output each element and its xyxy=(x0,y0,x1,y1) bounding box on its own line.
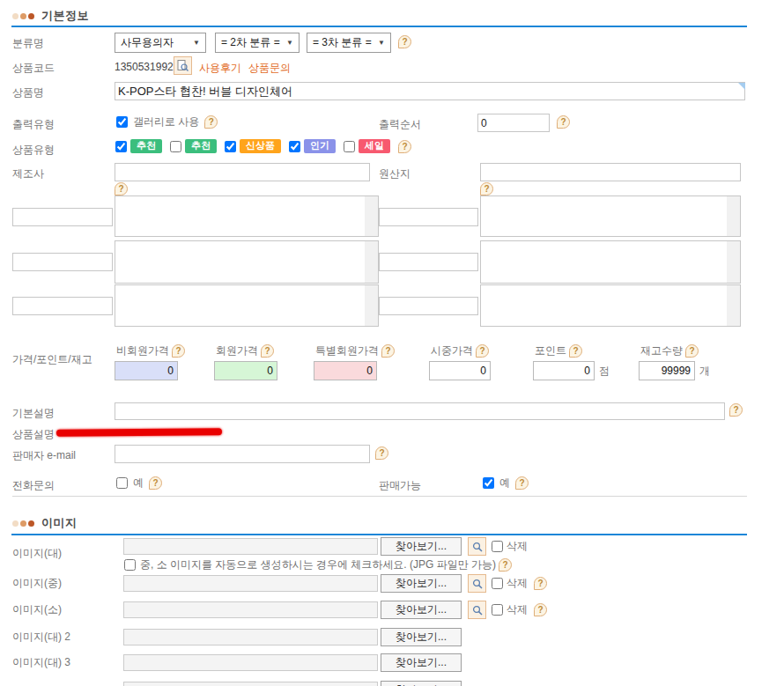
custom-field-name-input[interactable] xyxy=(379,253,478,271)
custom-field-value-textarea[interactable] xyxy=(480,195,741,237)
stock-label: 재고수량 xyxy=(640,343,683,358)
custom-field-name-input[interactable] xyxy=(12,253,113,271)
image-medium-file-input[interactable] xyxy=(123,575,378,592)
help-icon[interactable]: ? xyxy=(729,403,743,417)
help-icon[interactable]: ? xyxy=(261,344,274,358)
image-large-magnifier-button[interactable] xyxy=(468,537,486,556)
help-icon[interactable]: ? xyxy=(204,115,218,129)
basic-info-section-header: 기본정보 xyxy=(12,8,89,24)
category3-selected-value: = 3차 분류 = xyxy=(313,35,372,50)
help-icon[interactable]: ? xyxy=(381,344,395,358)
sellable-checkbox[interactable] xyxy=(483,477,494,489)
help-icon[interactable]: ? xyxy=(375,446,388,460)
image-large2-file-input[interactable] xyxy=(123,629,378,645)
output-type-label: 출력유형 xyxy=(12,117,55,132)
review-link[interactable]: 사용후기 xyxy=(199,61,241,76)
section-title: 이미지 xyxy=(41,515,78,531)
image-section-header: 이미지 xyxy=(12,515,78,531)
phone-inquiry-checkbox[interactable] xyxy=(116,477,128,489)
product-code-label: 상품코드 xyxy=(12,61,55,76)
image-large2-browse-button[interactable]: 찾아보기... xyxy=(381,628,462,646)
image-large-delete-checkbox[interactable] xyxy=(492,541,503,552)
help-icon[interactable]: ? xyxy=(569,344,582,358)
inquiry-link[interactable]: 상품문의 xyxy=(248,61,291,76)
nonmember-price-input[interactable] xyxy=(115,361,178,380)
image-medium-magnifier-button[interactable] xyxy=(468,574,486,593)
image-large-browse-button[interactable]: 찾아보기... xyxy=(381,537,462,556)
custom-field-name-input[interactable] xyxy=(12,297,113,315)
type-recommend1-checkbox[interactable] xyxy=(115,141,127,152)
image-medium-delete-checkbox[interactable] xyxy=(492,578,503,589)
image-large-file-input[interactable] xyxy=(123,538,378,555)
help-icon[interactable]: ? xyxy=(685,344,699,358)
help-icon[interactable]: ? xyxy=(534,577,547,590)
image-large4-file-input[interactable] xyxy=(123,682,378,686)
image-small-file-input[interactable] xyxy=(123,601,378,618)
help-icon[interactable]: ? xyxy=(515,476,529,490)
magnifier-icon xyxy=(472,579,483,589)
help-icon[interactable]: ? xyxy=(534,603,547,616)
point-unit-label: 점 xyxy=(599,364,610,379)
image-large3-file-input[interactable] xyxy=(123,654,378,671)
seller-email-input[interactable] xyxy=(115,445,370,463)
image-medium-browse-button[interactable]: 찾아보기... xyxy=(381,574,462,593)
stock-input[interactable] xyxy=(639,361,695,380)
product-name-input[interactable] xyxy=(115,82,745,100)
help-icon[interactable]: ? xyxy=(115,182,128,195)
category2-select[interactable]: = 2차 분류 = ▼ xyxy=(215,33,300,53)
category1-select[interactable]: 사무용의자 ▼ xyxy=(115,33,206,53)
section-separator xyxy=(12,496,747,497)
product-code-value: 1350531992 xyxy=(115,61,174,73)
section-dot-icon xyxy=(20,13,26,19)
phone-inquiry-yes-label: 예 xyxy=(133,476,144,491)
chevron-down-icon: ▼ xyxy=(378,39,385,47)
image-large4-browse-button[interactable]: 찾아보기... xyxy=(381,681,462,686)
help-icon[interactable]: ? xyxy=(480,182,493,195)
custom-field-value-textarea[interactable] xyxy=(115,240,379,284)
help-icon[interactable]: ? xyxy=(398,35,411,48)
help-icon[interactable]: ? xyxy=(557,115,570,129)
gallery-use-checkbox[interactable] xyxy=(116,116,128,128)
custom-field-name-input[interactable] xyxy=(12,208,113,226)
help-icon[interactable]: ? xyxy=(476,344,489,358)
image-large3-label: 이미지(대) 3 xyxy=(12,655,123,670)
image-small-delete-checkbox[interactable] xyxy=(492,604,503,616)
custom-field-value-textarea[interactable] xyxy=(115,195,379,237)
point-input[interactable] xyxy=(533,361,595,380)
auto-generate-checkbox[interactable] xyxy=(124,559,136,571)
section-dot-icon xyxy=(12,520,18,527)
type-recommend2-badge: 추천 xyxy=(185,139,217,153)
help-icon[interactable]: ? xyxy=(172,344,185,358)
product-description-label: 상품설명 xyxy=(12,427,55,442)
output-order-label: 출력순서 xyxy=(379,117,421,132)
nonmember-price-label: 비회원가격 xyxy=(116,343,169,358)
output-order-input[interactable] xyxy=(477,114,550,132)
custom-field-value-textarea[interactable] xyxy=(480,284,741,327)
custom-field-name-input[interactable] xyxy=(379,297,478,315)
member-price-label: 회원가격 xyxy=(216,343,258,358)
special-member-price-label: 특별회원가격 xyxy=(315,343,379,358)
help-icon[interactable]: ? xyxy=(149,476,162,490)
member-price-input[interactable] xyxy=(214,361,277,380)
preview-icon-button[interactable] xyxy=(174,56,192,75)
custom-field-value-textarea[interactable] xyxy=(480,240,741,284)
category3-select[interactable]: = 3차 분류 = ▼ xyxy=(307,33,391,53)
special-member-price-input[interactable] xyxy=(314,361,377,380)
stock-field: 재고수량? 개 xyxy=(639,343,710,380)
origin-input[interactable] xyxy=(480,163,741,181)
help-icon[interactable]: ? xyxy=(398,140,411,153)
market-price-input[interactable] xyxy=(429,361,491,380)
image-large3-browse-button[interactable]: 찾아보기... xyxy=(381,653,462,672)
manufacturer-input[interactable] xyxy=(115,163,370,181)
custom-field-value-textarea[interactable] xyxy=(115,284,379,327)
type-recommend2-checkbox[interactable] xyxy=(170,141,181,152)
type-sale-checkbox[interactable] xyxy=(344,141,355,152)
basic-description-input[interactable] xyxy=(115,402,725,420)
type-new-checkbox[interactable] xyxy=(225,141,236,152)
custom-field-name-input[interactable] xyxy=(379,208,478,226)
type-popular-checkbox[interactable] xyxy=(289,141,300,152)
type-recommend1-badge: 추천 xyxy=(130,139,162,153)
image-small-browse-button[interactable]: 찾아보기... xyxy=(381,601,462,619)
image-small-magnifier-button[interactable] xyxy=(468,601,486,619)
help-icon[interactable]: ? xyxy=(499,558,512,572)
